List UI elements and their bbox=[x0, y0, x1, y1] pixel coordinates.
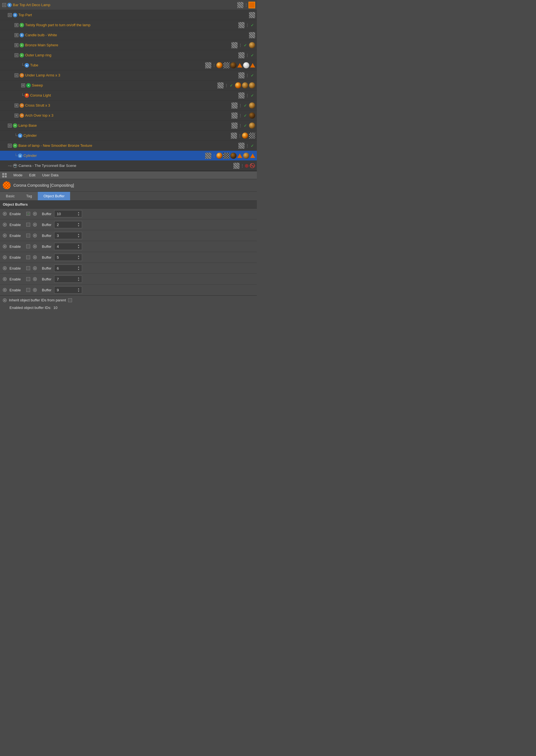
radio-enable-1[interactable] bbox=[3, 212, 7, 216]
vis-under-arms[interactable] bbox=[238, 72, 245, 79]
tree-row-cross-strutt[interactable]: + ⚙ Cross Strutt x 3 ⋮ ✓ bbox=[0, 101, 257, 110]
tab-tag[interactable]: Tag bbox=[20, 192, 38, 200]
tree-row-twisty[interactable]: + ● Twisty Rough part to turn on/off the… bbox=[0, 20, 257, 30]
dots-base-lamp[interactable]: ⋮ bbox=[245, 143, 249, 148]
mat-tube-2[interactable] bbox=[223, 62, 229, 68]
tree-row-top-part[interactable]: − 0 Top Part bbox=[0, 10, 257, 20]
buffer-input-3[interactable]: 3 ▲ ▼ bbox=[54, 232, 82, 239]
mat-cyl1-2[interactable] bbox=[249, 133, 255, 139]
dots-cyl2[interactable]: ⋮ bbox=[212, 153, 216, 158]
buffer-input-7[interactable]: 7 ▲ ▼ bbox=[54, 275, 82, 283]
dots-under-arms[interactable]: ⋮ bbox=[245, 73, 249, 78]
vis-candle[interactable] bbox=[249, 32, 255, 38]
checkbox-5[interactable] bbox=[26, 255, 30, 259]
tree-row-cylinder-1[interactable]: └ ▲ Cylinder ⋮ bbox=[0, 131, 257, 141]
radio-enable-3[interactable] bbox=[3, 234, 7, 237]
spinner-7[interactable]: ▲ ▼ bbox=[78, 276, 80, 282]
mat-cyl2-2[interactable] bbox=[223, 153, 229, 159]
mat-tube-3[interactable] bbox=[230, 62, 236, 68]
radio-buffer-8[interactable] bbox=[33, 288, 37, 292]
tree-row-base-of-lamp[interactable]: − ● Base of lamp - New Smoother Bronze T… bbox=[0, 141, 257, 151]
mat-cyl2-1[interactable] bbox=[217, 153, 222, 159]
mat-cyl2-5[interactable] bbox=[243, 153, 249, 159]
radio-enable-5[interactable] bbox=[3, 255, 7, 259]
mat-arch[interactable] bbox=[249, 112, 255, 119]
spinner-3[interactable]: ▲ ▼ bbox=[78, 233, 80, 238]
vis-corona-light[interactable] bbox=[238, 92, 245, 99]
radio-enable-7[interactable] bbox=[3, 277, 7, 281]
mat-tube-4[interactable] bbox=[237, 63, 242, 68]
vis-cyl2[interactable] bbox=[205, 153, 211, 159]
dots-outer-ring[interactable]: ⋮ bbox=[245, 53, 249, 57]
tree-row-cylinder-2[interactable]: └ ▲ Cylinder ⋮ bbox=[0, 151, 257, 161]
vis-base-lamp[interactable] bbox=[238, 142, 245, 149]
expand-top-part[interactable]: − bbox=[8, 13, 12, 17]
expand-outer-ring[interactable]: − bbox=[15, 53, 18, 57]
radio-buffer-1[interactable] bbox=[33, 212, 37, 216]
mat-sweep-2[interactable] bbox=[242, 82, 248, 88]
checkbox-6[interactable] bbox=[26, 266, 30, 270]
spinner-6[interactable]: ▲ ▼ bbox=[78, 266, 80, 271]
dots-camera[interactable]: ⋮ bbox=[240, 164, 244, 168]
dots-bar-top[interactable]: ⋮ bbox=[244, 3, 248, 7]
dots-sweep[interactable]: ⋮ bbox=[224, 83, 228, 88]
spinner-2[interactable]: ▲ ▼ bbox=[78, 222, 80, 227]
mat-tube-5[interactable] bbox=[243, 62, 249, 68]
expand-arch[interactable]: + bbox=[15, 113, 18, 117]
tree-row-camera[interactable]: −○ 📷 Camera - The Tyrconnell Bar Scene ⋮… bbox=[0, 161, 257, 171]
menu-edit[interactable]: Edit bbox=[28, 173, 37, 178]
mat-cross[interactable] bbox=[249, 103, 255, 109]
expand-base-lamp[interactable]: − bbox=[8, 144, 12, 148]
vis-bar-top[interactable] bbox=[237, 2, 244, 8]
tree-row-under-arms[interactable]: − ⚙ Under Lamp Arms x 3 ⋮ ✓ bbox=[0, 70, 257, 80]
tab-basic[interactable]: Basic bbox=[0, 192, 20, 200]
dots-bronze-main[interactable]: ⋮ bbox=[238, 43, 242, 47]
mat-bar-top[interactable] bbox=[249, 2, 255, 8]
mat-cyl1-1[interactable] bbox=[242, 133, 248, 139]
vis-cyl1[interactable] bbox=[231, 133, 237, 139]
tree-row-lamp-base[interactable]: − ● Lamp Base ⋮ ✓ bbox=[0, 121, 257, 131]
radio-buffer-6[interactable] bbox=[33, 266, 37, 270]
tree-row-outer-ring[interactable]: − ● Outer Lamp ring ⋮ ✓ bbox=[0, 50, 257, 60]
expand-lamp-base[interactable]: − bbox=[8, 124, 12, 128]
tree-row-corona-light[interactable]: └ 💡 Corona Light ⋮ ✓ bbox=[0, 90, 257, 101]
vis-bronze-main[interactable] bbox=[231, 42, 238, 48]
radio-buffer-7[interactable] bbox=[33, 277, 37, 281]
checkbox-1[interactable] bbox=[26, 212, 30, 216]
vis-tube[interactable] bbox=[205, 62, 211, 68]
mat-sweep-1[interactable] bbox=[235, 82, 241, 88]
expand-under-arms[interactable]: − bbox=[15, 74, 18, 77]
mat-sweep-3[interactable] bbox=[249, 82, 255, 88]
tree-row-tube[interactable]: └ ▲ Tube ⋮ bbox=[0, 60, 257, 70]
checkbox-4[interactable] bbox=[26, 244, 30, 248]
mat-tube-1[interactable] bbox=[217, 62, 222, 68]
dots-tube[interactable]: ⋮ bbox=[212, 63, 216, 68]
checkbox-3[interactable] bbox=[26, 234, 30, 237]
tab-object-buffer[interactable]: Object Buffer bbox=[38, 192, 71, 200]
spinner-1[interactable]: ▲ ▼ bbox=[78, 211, 80, 216]
mat-cyl2-3[interactable] bbox=[230, 153, 236, 159]
vis-sweep[interactable] bbox=[218, 82, 224, 88]
mat-cyl2-4[interactable] bbox=[237, 153, 242, 158]
tree-row-sweep[interactable]: + ● Sweep ⋮ ✓ bbox=[0, 80, 257, 90]
vis-cross[interactable] bbox=[231, 103, 238, 109]
vis-arch[interactable] bbox=[231, 112, 238, 119]
menu-mode[interactable]: Mode bbox=[12, 173, 24, 178]
radio-enable-6[interactable] bbox=[3, 266, 7, 270]
radio-buffer-3[interactable] bbox=[33, 234, 37, 237]
expand-bronze-main[interactable]: + bbox=[15, 43, 18, 47]
mat-tube-6[interactable] bbox=[250, 63, 255, 68]
vis-camera[interactable] bbox=[233, 163, 240, 169]
dots-cross[interactable]: ⋮ bbox=[238, 103, 242, 108]
vis-lamp-base[interactable] bbox=[231, 122, 238, 129]
vis-top-part[interactable] bbox=[249, 12, 255, 18]
tree-row-bronze-main[interactable]: + ● Bronze Main Sphere ⋮ ✓ bbox=[0, 40, 257, 50]
mat-cyl2-6[interactable] bbox=[250, 153, 255, 158]
buffer-input-8[interactable]: 9 ▲ ▼ bbox=[54, 286, 82, 294]
buffer-input-5[interactable]: 5 ▲ ▼ bbox=[54, 254, 82, 261]
radio-buffer-2[interactable] bbox=[33, 223, 37, 227]
spinner-4[interactable]: ▲ ▼ bbox=[78, 244, 80, 249]
tree-row-bar-top[interactable]: − 0 Bar Top Art Deco Lamp ⋮ bbox=[0, 0, 257, 10]
buffer-input-6[interactable]: 6 ▲ ▼ bbox=[54, 265, 82, 272]
radio-enable-8[interactable] bbox=[3, 288, 7, 292]
